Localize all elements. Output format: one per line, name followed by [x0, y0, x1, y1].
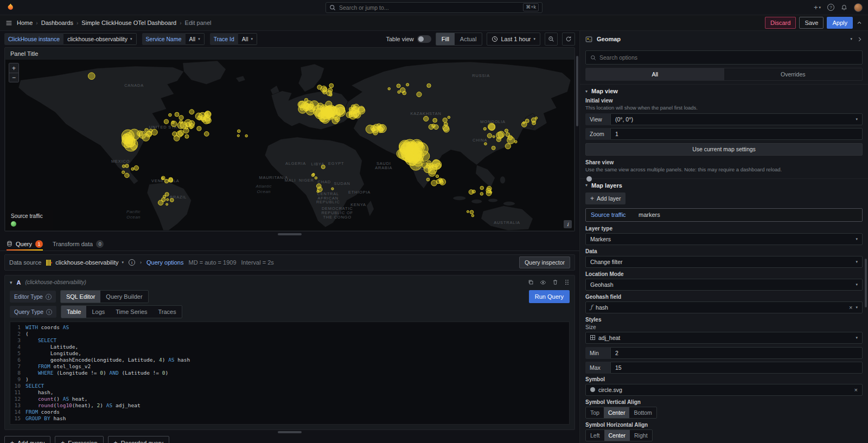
query-type-row: Query Type i TableLogsTime SeriesTraces	[5, 304, 575, 319]
search-input[interactable]	[339, 4, 520, 11]
zoom-out-time-button[interactable]	[545, 33, 558, 46]
section-map-view-header[interactable]: ▾ Map view	[580, 85, 868, 98]
tab-query[interactable]: Query 1	[7, 237, 43, 251]
tab-transform-data[interactable]: Transform data 0	[53, 237, 104, 251]
min-input[interactable]	[610, 347, 863, 359]
clear-icon[interactable]: ×	[854, 387, 858, 393]
option-logs[interactable]: Logs	[86, 306, 110, 318]
query-inspector-button[interactable]: Query inspector	[519, 256, 570, 268]
grafana-logo-icon[interactable]	[5, 3, 15, 12]
zoom-label: Zoom	[585, 128, 610, 140]
geomap-canvas[interactable]: RUSSIACANADAUNITED STATESMEXICOVENEZUELA…	[5, 60, 574, 230]
collapse-options-icon[interactable]	[857, 36, 863, 42]
breadcrumb-item[interactable]: Simple ClickHouse OTel Dashboard	[81, 20, 176, 26]
hamburger-menu-icon[interactable]	[5, 20, 12, 27]
resize-handle[interactable]	[278, 431, 302, 433]
options-scrollbar[interactable]	[865, 259, 867, 307]
breadcrumb-item[interactable]: Home	[17, 20, 33, 26]
drag-handle-icon[interactable]	[564, 279, 570, 285]
global-search[interactable]: ⌘+k	[326, 2, 542, 13]
options-search[interactable]	[585, 50, 863, 65]
delete-query-trash-icon[interactable]	[552, 279, 558, 285]
use-current-map-settings-button[interactable]: Use current map settings	[585, 143, 863, 156]
layer-type-label: Layer type	[585, 226, 863, 232]
option-table[interactable]: Table	[61, 306, 86, 318]
visualization-picker[interactable]: Geomap ▾	[580, 31, 868, 47]
option-actual[interactable]: Actual	[455, 33, 482, 45]
add-recorded-query-button[interactable]: +Recorded query	[108, 436, 169, 443]
discard-button[interactable]: Discard	[765, 17, 796, 29]
option-right[interactable]: Right	[630, 430, 652, 441]
apply-button[interactable]: Apply	[827, 17, 853, 29]
duplicate-query-icon[interactable]	[528, 279, 534, 285]
option-traces[interactable]: Traces	[153, 306, 182, 318]
resize-handle[interactable]	[278, 233, 302, 235]
collapse-query-icon[interactable]: ▾	[10, 280, 12, 285]
option-time-series[interactable]: Time Series	[110, 306, 152, 318]
svg-text:MALI: MALI	[285, 178, 296, 183]
option-top[interactable]: Top	[586, 407, 604, 418]
location-mode-select[interactable]: Geohash▾	[585, 279, 863, 291]
datasource-help-icon[interactable]: i	[129, 259, 135, 266]
help-icon[interactable]: ?	[827, 4, 834, 11]
option-bottom[interactable]: Bottom	[629, 407, 656, 418]
view-select[interactable]: (0°, 0°)▾	[610, 113, 863, 125]
breadcrumb-item[interactable]: Dashboards	[41, 20, 73, 26]
query-header-actions	[528, 279, 570, 286]
clear-icon[interactable]: ×	[849, 304, 852, 311]
option-sql-editor[interactable]: SQL Editor	[61, 291, 100, 303]
variable-value-dropdown[interactable]: All▾	[186, 33, 205, 45]
options-tab-all[interactable]: All	[586, 68, 724, 80]
option-center[interactable]: Center	[604, 430, 630, 441]
option-fill[interactable]: Fill	[436, 33, 455, 45]
max-input[interactable]	[610, 362, 863, 374]
number-field-icon	[590, 335, 595, 340]
add-expression-button[interactable]: +Expression	[55, 436, 103, 443]
map-attribution-button[interactable]: i	[564, 220, 572, 228]
size-field-select[interactable]: adj_heat ▾	[585, 332, 863, 344]
info-icon[interactable]: i	[46, 309, 52, 315]
geohash-field-select[interactable]: ƒ hash × ▾	[585, 301, 863, 313]
panel-header[interactable]: Panel Title	[5, 48, 575, 60]
chevron-up-icon[interactable]	[856, 20, 863, 26]
legend-marker-swatch	[11, 221, 16, 227]
plus-icon: +	[114, 439, 118, 443]
section-map-layers-header[interactable]: ▾ Map layers	[580, 179, 868, 192]
refresh-button[interactable]	[562, 33, 575, 46]
variable-value-dropdown[interactable]: All▾	[238, 33, 257, 45]
notifications-bell-icon[interactable]	[841, 4, 847, 11]
zoom-input[interactable]	[610, 128, 863, 140]
svg-text:SUDAN: SUDAN	[334, 181, 350, 186]
add-layer-button[interactable]: +Add layer	[585, 192, 626, 204]
main-scrollbar[interactable]	[576, 56, 578, 126]
query-header[interactable]: ▾ A (clickhouse-observability)	[5, 275, 575, 289]
option-query-builder[interactable]: Query Builder	[100, 291, 148, 303]
save-button[interactable]: Save	[799, 17, 824, 29]
table-view-toggle[interactable]	[417, 35, 431, 43]
datasource-picker[interactable]: clickhouse-observability▾	[46, 259, 124, 266]
options-search-input[interactable]	[599, 54, 858, 61]
sql-editor[interactable]: 123456789101112131415 WITH coords AS( SE…	[10, 322, 570, 425]
svg-text:ARABIA: ARABIA	[375, 165, 392, 170]
user-avatar[interactable]	[854, 3, 863, 12]
layer-item-source-traffic[interactable]: Source traffic markers	[585, 208, 863, 222]
map-zoom-out-button[interactable]: −	[9, 73, 18, 82]
svg-text:CANADA: CANADA	[124, 83, 144, 88]
symbol-select[interactable]: circle.svg ×	[585, 384, 863, 396]
add-query-button[interactable]: +Add query	[4, 436, 50, 443]
option-center[interactable]: Center	[604, 407, 630, 418]
add-new-button[interactable]: +▾	[814, 3, 821, 11]
data-filter-select[interactable]: Change filter▾	[585, 256, 863, 268]
variable-value-dropdown[interactable]: clickhouse-observability▾	[63, 33, 136, 45]
option-left[interactable]: Left	[586, 430, 604, 441]
options-tab-overrides[interactable]: Overrides	[724, 68, 863, 80]
info-icon[interactable]: i	[46, 294, 52, 300]
hide-query-eye-icon[interactable]	[540, 279, 546, 286]
layer-type-select[interactable]: Markers▾	[585, 233, 863, 245]
time-range-picker[interactable]: Last 1 hour▾	[487, 33, 540, 46]
query-options-toggle[interactable]: Query options	[146, 259, 183, 266]
breadcrumb-separator: ›	[180, 20, 181, 26]
map-zoom-in-button[interactable]: +	[9, 63, 18, 73]
run-query-button[interactable]: Run Query	[529, 290, 570, 303]
query-type-group: TableLogsTime SeriesTraces	[61, 305, 182, 318]
